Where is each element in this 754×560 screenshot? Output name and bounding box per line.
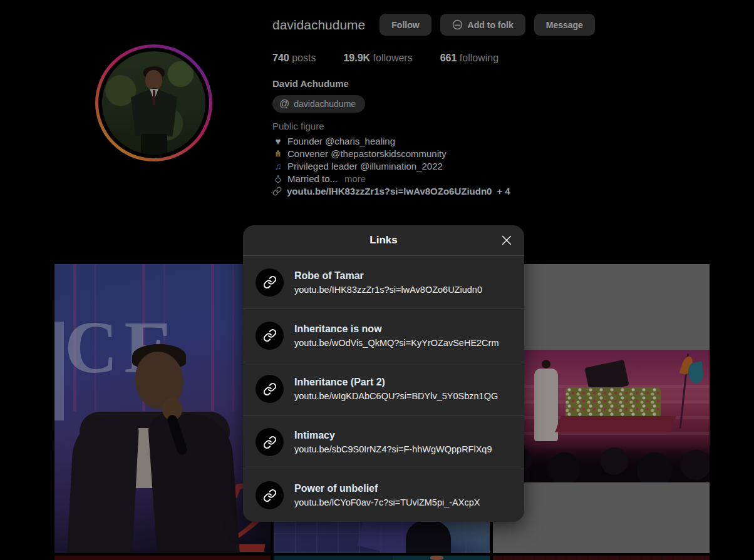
link-item-3[interactable]: Inheritance (Part 2) youtu.be/wIgKDAbC6Q… <box>243 362 524 415</box>
chain-link-icon <box>256 481 284 509</box>
links-list: Robe of Tamar youtu.be/IHK83zzZr1s?si=lw… <box>243 256 524 522</box>
link-url: youtu.be/wIgKDAbC6QU?si=BDYlv_5Y0Sbzn1QG <box>294 391 498 401</box>
link-url: youtu.be/wOdVis_QkMQ?si=KyYrOZavSeHE2Crm <box>294 338 499 348</box>
link-title: Intimacy <box>294 430 492 441</box>
link-item-1[interactable]: Robe of Tamar youtu.be/IHK83zzZr1s?si=lw… <box>243 256 524 309</box>
chain-link-icon <box>256 322 284 350</box>
link-url: youtu.be/sbC9S0IrNZ4?si=F-hhWgWQppRFlXq9 <box>294 444 492 454</box>
chain-link-icon <box>256 268 284 297</box>
chain-link-icon <box>256 428 284 456</box>
links-dialog-header: Links <box>243 225 524 256</box>
link-url: youtu.be/lCYoF0av-7c?si=TUvlZM5pi_-AXcpX <box>294 497 480 507</box>
links-dialog: Links Robe of Tamar youtu.be/IHK83zzZr1s… <box>243 225 524 522</box>
instagram-profile-page: davidachudume Follow Add to folk Message… <box>0 0 754 560</box>
link-title: Inheritance (Part 2) <box>294 377 498 388</box>
link-url: youtu.be/IHK83zzZr1s?si=lwAv8OZo6UZiudn0 <box>294 285 482 295</box>
link-item-4[interactable]: Intimacy youtu.be/sbC9S0IrNZ4?si=F-hhWgW… <box>243 416 524 469</box>
link-item-2[interactable]: Inheritance is now youtu.be/wOdVis_QkMQ?… <box>243 309 524 362</box>
chain-link-icon <box>256 375 284 403</box>
link-title: Robe of Tamar <box>294 270 482 282</box>
close-icon[interactable] <box>498 232 515 248</box>
link-title: Inheritance is now <box>294 323 499 335</box>
link-item-5[interactable]: Power of unbelief youtu.be/lCYoF0av-7c?s… <box>243 469 524 522</box>
link-title: Power of unbelief <box>294 483 480 494</box>
links-dialog-title: Links <box>369 234 397 247</box>
